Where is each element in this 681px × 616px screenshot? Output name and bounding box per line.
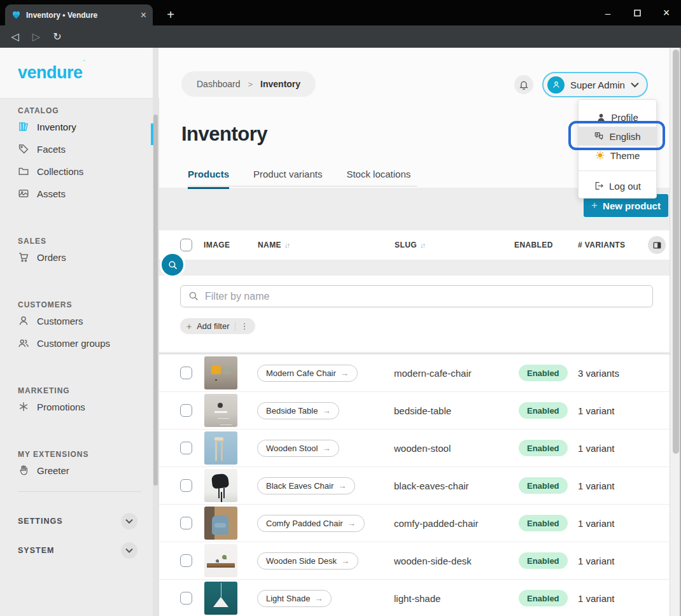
sidebar-item-customer-groups[interactable]: Customer groups [0,333,153,353]
tab-product-variants[interactable]: Product variants [253,169,322,189]
breadcrumb-dashboard[interactable]: Dashboard [197,79,241,89]
page-scrollbar-thumb[interactable] [673,50,679,454]
variant-count: 1 variant [578,405,615,416]
tab-bar: Products Product variants Stock location… [188,169,411,189]
product-name-link[interactable]: Bedside Table→ [257,402,339,419]
sidebar-item-customers[interactable]: Customers [0,311,153,331]
reload-button[interactable]: ↻ [48,25,67,48]
sidebar-item-promotions[interactable]: Promotions [0,396,153,417]
chevron-down-icon[interactable] [121,542,137,559]
column-settings-button[interactable] [648,236,666,254]
hand-icon [18,465,29,476]
breadcrumb[interactable]: Dashboard > Inventory [181,71,316,97]
variant-count: 1 variant [578,593,615,604]
row-checkbox[interactable] [180,442,192,454]
add-filter-button[interactable]: + Add filter ⋮ [180,318,255,334]
arrow-right-icon: → [322,406,330,416]
forward-button[interactable]: ▷ [27,25,46,48]
product-name-link[interactable]: Wooden Side Desk→ [257,552,358,570]
back-button[interactable]: ◁ [6,25,25,48]
sort-icon[interactable]: ↓↑ [420,241,425,249]
sidebar-scrollbar-thumb[interactable] [153,115,158,486]
product-name-link[interactable]: Black Eaves Chair→ [257,477,355,494]
tab-stock-locations[interactable]: Stock locations [346,169,411,189]
sidebar-item-inventory[interactable]: Inventory [0,116,153,137]
sidebar-item-greeter[interactable]: Greeter [0,460,153,480]
row-checkbox[interactable] [180,367,192,379]
row-checkbox[interactable] [180,592,192,605]
new-tab-button[interactable]: + [162,6,179,24]
table-row[interactable]: Light Shade→ light-shade Enabled 1 varia… [159,580,670,616]
status-badge: Enabled [519,440,568,456]
window-close-button[interactable]: × [652,0,681,25]
product-slug: comfy-padded-chair [394,518,479,529]
search-button[interactable] [162,254,183,276]
table-row[interactable]: Black Eaves Chair→ black-eaves-chair Ena… [159,467,670,505]
arrow-right-icon: → [341,556,349,566]
sidebar-item-orders[interactable]: Orders [0,247,153,267]
status-badge: Enabled [519,552,568,569]
user-menu-button[interactable]: Super Admin [542,72,648,97]
columns-icon [652,241,662,250]
tab-title: Inventory • Vendure [26,11,136,20]
breadcrumb-current: Inventory [260,79,300,89]
notifications-button[interactable] [514,75,533,94]
sidebar-section-settings[interactable]: SETTINGS [0,510,153,533]
table-row[interactable]: Wooden Side Desk→ wooden-side-desk Enabl… [159,542,670,580]
page-scrollbar[interactable] [670,48,681,616]
arrow-right-icon: → [338,481,346,491]
table-row[interactable]: Bedside Table→ bedside-table Enabled 1 v… [159,392,670,430]
sidebar-item-facets[interactable]: Facets [0,139,153,159]
browser-navbar: ◁ ▷ ↻ ! localhost:3000/admin/catalog/inv… [0,25,681,48]
sidebar-item-assets[interactable]: Assets [0,183,153,204]
sidebar-item-collections[interactable]: Collections [0,161,153,181]
sun-icon [595,150,605,160]
sidebar-section-system[interactable]: SYSTEM [0,539,153,562]
product-slug: wooden-side-desk [394,556,472,566]
window-maximize-button[interactable] [622,0,652,25]
search-icon [188,290,199,304]
table-row[interactable]: Wooden Stool→ wooden-stool Enabled 1 var… [159,430,670,467]
sidebar: vendureˊ CATALOG Inventory Facets Collec… [0,48,159,616]
table-row[interactable]: Comfy Padded Chair→ comfy-padded-chair E… [159,505,670,542]
browser-titlebar: Inventory • Vendure × + – × [0,0,681,25]
product-name-link[interactable]: Light Shade→ [257,590,332,607]
product-name-link[interactable]: Wooden Stool→ [257,440,339,457]
product-slug: wooden-stool [394,443,451,454]
menu-item-profile[interactable]: Profile [579,108,656,127]
tab-close-icon[interactable]: × [141,10,146,20]
library-icon [18,121,29,132]
product-name-link[interactable]: Modern Cafe Chair→ [257,365,358,382]
row-checkbox[interactable] [180,554,192,567]
section-label-sales: SALES [18,237,153,245]
sort-icon[interactable]: ↓↑ [284,241,289,249]
column-header-name[interactable]: NAME↓↑ [258,230,289,260]
product-thumbnail [204,507,237,540]
folder-icon [18,165,29,177]
row-checkbox[interactable] [180,404,192,417]
arrow-right-icon: → [348,519,356,528]
vendure-logo[interactable]: vendureˊ [18,63,84,83]
menu-item-logout[interactable]: Log out [579,175,656,197]
filter-by-name-input[interactable] [180,285,653,307]
row-checkbox[interactable] [180,479,192,492]
product-name-link[interactable]: Comfy Padded Chair→ [257,515,365,532]
column-header-slug[interactable]: SLUG↓↑ [395,230,425,260]
window-minimize-button[interactable]: – [593,0,622,25]
tab-products[interactable]: Products [188,169,229,189]
product-thumbnail [204,394,237,427]
section-label-customers: CUSTOMERS [18,300,153,309]
more-options-icon[interactable]: ⋮ [241,321,249,331]
variant-count: 1 variant [578,443,615,454]
table-row[interactable]: Modern Cafe Chair→ modern-cafe-chair Ena… [159,354,670,392]
variant-count: 1 variant [578,518,615,529]
select-all-checkbox[interactable] [180,239,192,251]
page-title: Inventory [181,123,267,146]
chevron-down-icon[interactable] [121,513,137,529]
menu-item-theme[interactable]: Theme [579,146,656,165]
variant-count: 1 variant [578,480,615,491]
row-checkbox[interactable] [180,517,192,529]
menu-item-language[interactable]: English [579,127,656,146]
browser-tab[interactable]: Inventory • Vendure × [5,4,153,25]
product-slug: light-shade [394,593,440,604]
